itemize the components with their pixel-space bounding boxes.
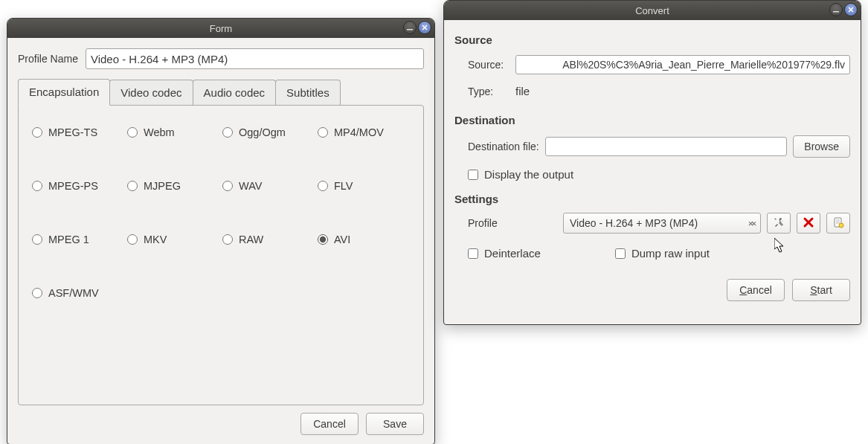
svg-rect-0 <box>407 29 413 30</box>
profile-dropdown-value: Video - H.264 + MP3 (MP4) <box>570 217 698 229</box>
form-window: Form Profile Name Encapsulation Video co… <box>7 18 435 444</box>
encapsulation-option-label: Webm <box>144 126 175 138</box>
encapsulation-radio[interactable] <box>318 127 328 138</box>
tools-icon <box>773 216 785 231</box>
encapsulation-option-label: Ogg/Ogm <box>239 126 286 138</box>
encapsulation-option[interactable]: MP4/MOV <box>318 126 410 138</box>
type-value: file <box>515 85 530 97</box>
form-title: Form <box>7 23 434 34</box>
convert-window: Convert Source Source: ABl%20S%C3%A9ria_… <box>443 0 861 325</box>
encapsulation-option[interactable]: MPEG-TS <box>32 126 124 138</box>
convert-button-row: Cancel Start <box>454 279 850 301</box>
svg-rect-1 <box>833 11 839 13</box>
encapsulation-option-label: MPEG-TS <box>48 126 97 138</box>
minimize-icon[interactable] <box>403 21 417 34</box>
save-button[interactable]: Save <box>366 413 424 435</box>
type-label: Type: <box>468 86 509 97</box>
dump-raw-check[interactable]: Dump raw input <box>615 247 710 260</box>
new-icon <box>832 216 844 231</box>
encapsulation-radio[interactable] <box>32 181 42 191</box>
settings-heading: Settings <box>454 193 850 205</box>
destination-heading: Destination <box>454 114 850 126</box>
encapsulation-radio[interactable] <box>32 234 42 245</box>
dump-raw-label: Dump raw input <box>631 247 710 260</box>
encapsulation-option[interactable]: MJPEG <box>127 180 219 192</box>
encapsulation-radio[interactable] <box>127 181 138 191</box>
destination-label: Destination file: <box>468 141 539 152</box>
deinterlace-checkbox[interactable] <box>468 248 478 259</box>
encapsulation-option[interactable]: MPEG 1 <box>32 234 124 245</box>
encapsulation-option[interactable]: ASF/WMV <box>32 287 124 299</box>
close-icon[interactable] <box>844 3 858 16</box>
destination-input[interactable] <box>545 137 788 156</box>
encapsulation-option[interactable]: Ogg/Ogm <box>222 126 315 138</box>
source-value-text: ABl%20S%C3%A9ria_Jean_Pierre_Marielle%20… <box>562 59 845 71</box>
encapsulation-option[interactable]: RAW <box>222 234 315 245</box>
display-output-check[interactable]: Display the output <box>468 168 850 181</box>
encapsulation-option-label: MJPEG <box>144 180 181 192</box>
deinterlace-label: Deinterlace <box>484 247 541 260</box>
form-titlebar[interactable]: Form <box>7 19 434 38</box>
encapsulation-radio[interactable] <box>32 127 42 138</box>
encapsulation-option-label: WAV <box>239 180 262 192</box>
profile-name-label: Profile Name <box>18 53 78 65</box>
encapsulation-option-label: RAW <box>239 234 263 245</box>
convert-body: Source Source: ABl%20S%C3%A9ria_Jean_Pie… <box>444 20 861 324</box>
convert-title: Convert <box>444 5 861 16</box>
profile-dropdown[interactable]: Video - H.264 + MP3 (MP4) <box>563 213 761 234</box>
edit-profile-button[interactable] <box>767 213 791 234</box>
display-output-label: Display the output <box>484 168 573 181</box>
cancel-button[interactable]: Cancel <box>300 413 359 435</box>
encapsulation-option-label: ASF/WMV <box>48 287 99 299</box>
type-row: Type: file <box>468 85 850 97</box>
encapsulation-radio-grid: MPEG-TSWebmOgg/OgmMP4/MOVMPEG-PSMJPEGWAV… <box>32 126 410 299</box>
convert-titlebar[interactable]: Convert <box>444 1 861 20</box>
delete-profile-button[interactable] <box>797 213 820 234</box>
profile-name-row: Profile Name <box>18 48 424 69</box>
tabbar: Encapsulation Video codec Audio codec Su… <box>18 78 424 105</box>
source-input[interactable]: ABl%20S%C3%A9ria_Jean_Pierre_Marielle%20… <box>515 55 850 74</box>
tab-audio-codec[interactable]: Audio codec <box>193 80 277 106</box>
tab-subtitles[interactable]: Subtitles <box>275 80 341 106</box>
encapsulation-option-label: MPEG-PS <box>48 180 98 192</box>
deinterlace-check[interactable]: Deinterlace <box>468 247 541 260</box>
convert-start-button[interactable]: Start <box>792 279 850 301</box>
svg-point-6 <box>839 223 843 228</box>
encapsulation-option[interactable]: AVI <box>318 234 410 245</box>
profile-row: Profile Video - H.264 + MP3 (MP4) <box>468 213 850 234</box>
profile-name-input[interactable] <box>86 48 424 69</box>
delete-icon <box>803 216 814 231</box>
encapsulation-option-label: FLV <box>334 180 353 192</box>
encapsulation-radio[interactable] <box>127 127 138 138</box>
encapsulation-radio[interactable] <box>318 181 328 191</box>
encapsulation-radio[interactable] <box>222 127 233 138</box>
tab-video-codec[interactable]: Video codec <box>109 80 193 106</box>
encapsulation-radio[interactable] <box>127 234 138 245</box>
display-output-checkbox[interactable] <box>468 170 478 180</box>
destination-row: Destination file: Browse <box>468 135 850 158</box>
encapsulation-radio[interactable] <box>32 288 42 298</box>
form-window-buttons <box>403 21 431 34</box>
encapsulation-option[interactable]: Webm <box>127 126 219 138</box>
encapsulation-option-label: MP4/MOV <box>334 126 384 138</box>
encapsulation-option-label: MKV <box>144 234 167 245</box>
encapsulation-option[interactable]: MKV <box>127 234 219 245</box>
encapsulation-radio[interactable] <box>222 234 233 245</box>
dump-raw-checkbox[interactable] <box>615 248 626 259</box>
source-label: Source: <box>468 59 509 71</box>
form-body: Profile Name Encapsulation Video codec A… <box>7 38 434 444</box>
encapsulation-option[interactable]: WAV <box>222 180 315 192</box>
encapsulation-option-label: MPEG 1 <box>48 234 89 245</box>
encapsulation-radio[interactable] <box>318 234 328 245</box>
profile-label: Profile <box>468 217 557 229</box>
convert-cancel-button[interactable]: Cancel <box>727 279 785 301</box>
close-icon[interactable] <box>418 21 431 34</box>
new-profile-button[interactable] <box>826 213 850 234</box>
browse-button[interactable]: Browse <box>793 135 850 158</box>
tab-encapsulation[interactable]: Encapsulation <box>18 79 110 106</box>
encapsulation-option[interactable]: MPEG-PS <box>32 180 124 192</box>
encapsulation-option[interactable]: FLV <box>318 180 410 192</box>
minimize-icon[interactable] <box>829 3 843 16</box>
encapsulation-radio[interactable] <box>222 181 233 191</box>
convert-window-buttons <box>829 3 858 16</box>
